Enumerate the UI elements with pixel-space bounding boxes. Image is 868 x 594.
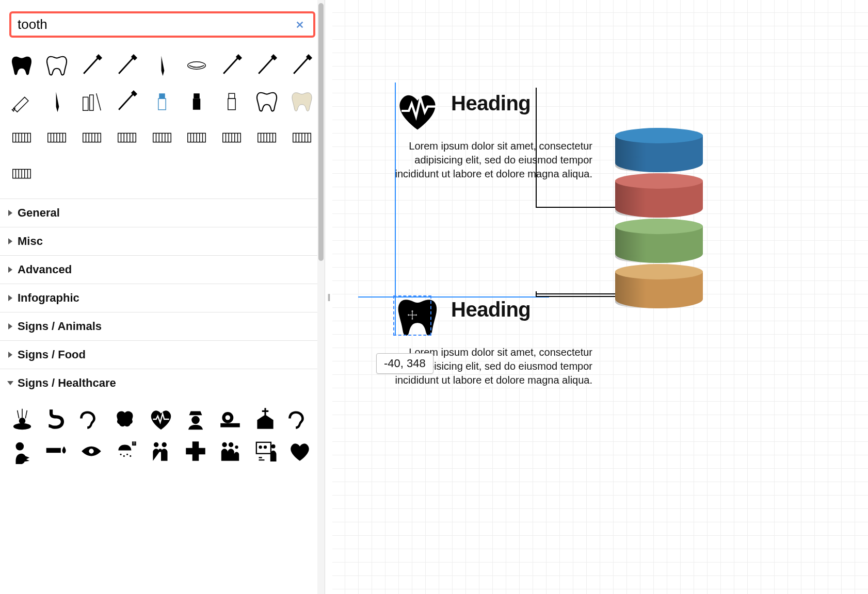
deaf-icon[interactable] [285, 404, 315, 434]
svg-point-101 [222, 442, 227, 447]
stomach-icon[interactable] [42, 404, 72, 434]
shower-icon[interactable] [111, 436, 141, 466]
svg-point-82 [13, 423, 31, 430]
cough-icon[interactable] [7, 436, 37, 466]
blood-drop-icon[interactable] [42, 436, 72, 466]
grand-piano-icon[interactable] [7, 159, 36, 188]
section-misc[interactable]: Misc [0, 227, 325, 255]
heart-icon[interactable] [285, 436, 315, 466]
toothbrush-icon[interactable] [77, 51, 106, 80]
section-general[interactable]: General [0, 199, 325, 227]
section-body [0, 397, 325, 482]
cylinder-green[interactable] [615, 219, 703, 263]
cylinder-orange[interactable] [615, 264, 703, 308]
acupuncture-icon[interactable] [7, 404, 37, 434]
upright-piano-icon[interactable] [42, 123, 71, 152]
keytar-icon[interactable] [148, 123, 176, 152]
panel-splitter[interactable] [325, 0, 332, 594]
tooth-root-icon[interactable] [148, 51, 176, 80]
molar-photo-icon[interactable] [287, 87, 316, 116]
dental-kit-icon[interactable] [77, 87, 106, 116]
electric-toothbrush-icon[interactable] [217, 51, 246, 80]
usb-blue-icon[interactable] [148, 87, 176, 116]
church-hospital-icon[interactable] [250, 404, 280, 434]
synth-icon[interactable] [112, 123, 141, 152]
close-icon [295, 20, 304, 29]
family-icon[interactable] [146, 436, 176, 466]
mri-icon[interactable] [215, 404, 245, 434]
canvas[interactable]: Heading Lorem ipsum dolor sit amet, cons… [332, 0, 868, 594]
svg-line-5 [224, 57, 239, 74]
mouth-teeth-icon[interactable] [182, 51, 211, 80]
hearing-icon[interactable] [76, 404, 106, 434]
section-label: General [18, 206, 60, 220]
section-label: Infographic [18, 291, 79, 305]
keyboard-small-icon[interactable] [182, 123, 211, 152]
keyboard-icon[interactable] [77, 123, 106, 152]
family-group-icon[interactable] [215, 436, 245, 466]
sidebar-scrollbar[interactable] [317, 0, 325, 594]
svg-rect-104 [256, 442, 270, 454]
disclosure-triangle-icon [8, 210, 12, 216]
tooth-icon[interactable] [394, 294, 441, 340]
svg-point-98 [154, 442, 158, 447]
svg-rect-18 [194, 93, 200, 98]
section-signs-animals[interactable]: Signs / Animals [0, 312, 325, 340]
usb-black-icon[interactable] [182, 87, 211, 116]
heart-pulse-icon[interactable] [146, 404, 176, 434]
svg-line-9 [294, 57, 309, 74]
tooth-solid-icon[interactable] [7, 51, 36, 80]
disclosure-triangle-icon [8, 323, 12, 329]
svg-point-106 [259, 446, 262, 449]
section-label: Signs / Animals [18, 320, 102, 333]
medical-cross-icon[interactable] [181, 436, 211, 466]
cylinder-red[interactable] [615, 173, 703, 218]
presentation-icon[interactable] [250, 436, 280, 466]
disclosure-triangle-icon [8, 238, 12, 244]
section-signs-healthcare[interactable]: Signs / Healthcare [0, 369, 325, 397]
tooth-pick-icon[interactable] [42, 87, 71, 116]
usb-outline-icon[interactable] [217, 87, 246, 116]
section-signs-food[interactable]: Signs / Food [0, 340, 325, 369]
search-input[interactable] [18, 16, 293, 32]
svg-rect-16 [159, 93, 165, 98]
eye-icon[interactable] [76, 436, 106, 466]
section-label: Signs / Healthcare [18, 376, 116, 390]
svg-point-96 [130, 455, 131, 457]
scrollbar-thumb[interactable] [318, 3, 324, 261]
brain-icon[interactable] [111, 404, 141, 434]
section-label: Signs / Food [18, 348, 86, 361]
svg-point-99 [162, 442, 166, 447]
svg-point-91 [16, 442, 24, 451]
svg-rect-20 [229, 93, 235, 98]
molar-outline-icon[interactable] [252, 87, 281, 116]
toothbrush-angled-icon[interactable] [112, 51, 141, 80]
svg-point-103 [235, 446, 238, 449]
block-heading[interactable]: Heading [451, 298, 531, 321]
infographic-block[interactable]: Heading Lorem ipsum dolor sit amet, cons… [394, 294, 601, 407]
keyboard-tray-icon[interactable] [217, 123, 246, 152]
svg-rect-90 [221, 423, 240, 427]
section-infographic[interactable]: Infographic [0, 284, 325, 312]
shapes-sidebar: GeneralMiscAdvancedInfographicSigns / An… [0, 0, 325, 594]
svg-line-2 [119, 57, 134, 74]
cylinder-blue[interactable] [615, 128, 703, 172]
section-advanced[interactable]: Advanced [0, 255, 325, 284]
heart-pulse-icon[interactable] [394, 88, 441, 134]
block-heading[interactable]: Heading [451, 92, 531, 115]
keyboard-stand-icon[interactable] [252, 123, 281, 152]
toothbrush-icon[interactable] [252, 51, 281, 80]
svg-rect-21 [228, 98, 235, 110]
toothpaste-squeeze-icon[interactable] [7, 87, 36, 116]
toothbrush-cup-icon[interactable] [112, 87, 141, 116]
svg-rect-12 [89, 95, 93, 110]
svg-line-86 [25, 410, 27, 419]
svg-rect-17 [158, 98, 165, 110]
svg-point-4 [188, 62, 206, 69]
keyboard-stand-alt-icon[interactable] [287, 123, 316, 152]
nurse-icon[interactable] [181, 404, 211, 434]
toothbrush-icon[interactable] [287, 51, 316, 80]
clear-search-button[interactable] [293, 18, 307, 32]
tooth-outline-icon[interactable] [42, 51, 71, 80]
keyboard-mini-icon[interactable] [7, 123, 36, 152]
